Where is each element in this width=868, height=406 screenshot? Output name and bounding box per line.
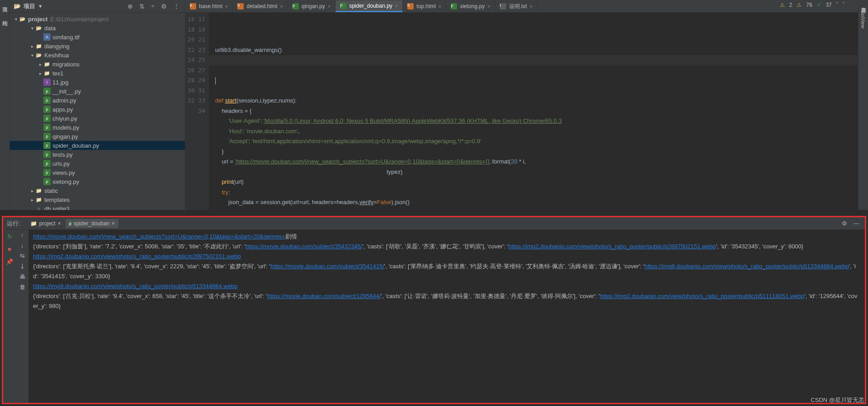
more-icon[interactable]: ⋮ [171, 3, 181, 10]
close-icon[interactable]: × [280, 4, 283, 9]
console-link[interactable]: https://img9.doubanio.com/view/photo/s_r… [644, 263, 849, 270]
run-tab[interactable]: spider_douban× [66, 219, 118, 228]
close-icon[interactable]: × [530, 4, 533, 9]
close-icon[interactable]: × [58, 220, 61, 227]
close-icon[interactable]: × [112, 220, 115, 227]
tree-item[interactable]: 11.jpg [10, 78, 185, 87]
wrap-icon[interactable]: ⇆ [20, 252, 25, 259]
code-content[interactable]: urllib3.disable_warnings() def start(ses… [209, 13, 858, 210]
py-icon [43, 106, 51, 113]
py-icon [43, 160, 51, 167]
close-icon[interactable]: × [395, 3, 398, 9]
tree-item[interactable]: tests.py [10, 150, 185, 159]
py-icon [43, 124, 51, 131]
stop-icon[interactable]: ■ [5, 244, 14, 253]
py-icon [340, 3, 346, 9]
editor-tab[interactable]: detailed.html× [233, 0, 288, 12]
print-icon[interactable]: 🖶 [19, 273, 25, 280]
tree-item[interactable]: db.sqlite3 [10, 204, 185, 210]
py-icon [43, 151, 51, 158]
code-area[interactable]: 16 17 18 19 20 21 22 23 24 25 26 27 28 2… [185, 13, 858, 210]
console-link[interactable]: https://movie.douban.com/subject/3541415… [270, 263, 384, 270]
up-icon[interactable]: ↑ [21, 232, 24, 238]
tree-item[interactable]: apps.py [10, 105, 185, 114]
collapse-icon[interactable]: ÷ [149, 3, 156, 10]
close-icon[interactable]: × [439, 4, 441, 9]
close-icon[interactable]: × [487, 4, 490, 9]
chevron-down-icon[interactable]: ˇ [843, 2, 844, 8]
tree-item[interactable]: xietong.py [10, 177, 185, 186]
editor-tab[interactable]: base.html× [185, 0, 233, 12]
editor-tab[interactable]: top.html× [403, 0, 446, 12]
tree-item[interactable]: urls.py [10, 159, 185, 168]
tree-item[interactable]: views.py [10, 168, 185, 177]
tree-item[interactable]: ▸tex1 [10, 69, 185, 78]
tree-item[interactable]: ▸templates [10, 195, 185, 204]
folder-icon [43, 70, 51, 77]
tree-item[interactable]: ▾Keshihua [10, 51, 185, 60]
inspection-widget[interactable]: ⚠2 ⚠76 ✓37 ˆ ˇ [780, 2, 844, 8]
tree-item[interactable]: admin.py [10, 96, 185, 105]
tree-item[interactable]: spider_douban.py [10, 141, 185, 150]
sidebar-title[interactable]: 项目 [24, 2, 35, 10]
trash-icon[interactable]: 🗑 [19, 284, 25, 290]
tree-item[interactable]: ▸static [10, 186, 185, 195]
editor-tab[interactable]: 说明.txt× [495, 0, 538, 12]
run-toolbar-secondary: ↑ ↓ ⇆ ⤓ 🖶 🗑 [16, 230, 28, 403]
chevron-up-icon[interactable]: ˆ [836, 2, 838, 8]
tree-item[interactable]: ▸migrations [10, 60, 185, 69]
run-tab[interactable]: project× [27, 219, 65, 228]
rerun-icon[interactable]: ↻ [5, 232, 14, 241]
tree-item-label: diangying [44, 43, 70, 50]
right-tab-database[interactable]: 数据库 [859, 0, 868, 7]
tab-label: qingan.py [302, 3, 325, 9]
close-icon[interactable]: × [328, 4, 330, 9]
tab-label: 说明.txt [509, 3, 527, 10]
tab-label: top.html [416, 3, 436, 9]
tree-item[interactable]: qingan.py [10, 132, 185, 141]
tree-item[interactable]: ▾data [10, 23, 185, 33]
tree-root[interactable]: ▾ project E:\01zhuomian\project [10, 14, 185, 23]
run-toolwindow: 运行: project×spider_douban× ⚙ — ↻ ■ 📌 ↑ ↓… [2, 216, 866, 404]
console-link[interactable]: https://img2.doubanio.com/view/photo/s_r… [600, 293, 804, 299]
editor-tab[interactable]: qingan.py× [288, 0, 335, 12]
down-icon[interactable]: ↓ [21, 242, 24, 249]
editor-tab[interactable]: xietong.py× [446, 0, 495, 12]
folder-icon [35, 196, 42, 203]
left-toolwindow-bar[interactable]: 项目 结构 [0, 0, 10, 210]
tree-item[interactable]: chiyun.py [10, 114, 185, 123]
console-link[interactable]: https://movie.douban.com/subject/1295644… [267, 293, 381, 299]
pin-icon[interactable]: 📌 [5, 257, 14, 266]
warning-count-2: 76 [806, 2, 812, 8]
right-toolwindow-bar[interactable]: 数据库 SciView [858, 0, 868, 210]
tree-item[interactable]: simfang.ttf [10, 33, 185, 42]
console-link[interactable]: https://img2.doubanio.com/view/photo/s_r… [508, 243, 716, 250]
folder-o-icon [35, 51, 42, 59]
editor-tabs[interactable]: base.html×detailed.html×qingan.py×spider… [185, 0, 858, 13]
tree-item[interactable]: __init__.py [10, 87, 185, 96]
tree-item[interactable]: ▸diangying [10, 42, 185, 51]
console-link[interactable]: https://movie.douban.com/subject/3543234… [245, 243, 363, 250]
console-link[interactable]: https://img2.doubanio.com/view/photo/s_r… [33, 253, 241, 260]
locate-icon[interactable]: ⊕ [126, 3, 135, 10]
scroll-icon[interactable]: ⤓ [20, 263, 25, 270]
expand-icon[interactable]: ⇅ [137, 3, 146, 10]
gear-icon[interactable]: ⚙ [840, 220, 849, 227]
tree-item[interactable]: models.py [10, 123, 185, 132]
console-link[interactable]: https://img9.doubanio.com/view/photo/s_r… [33, 283, 237, 289]
tab-label: spider_douban.py [349, 3, 392, 9]
console-link[interactable]: https://movie.douban.com/j/new_search_su… [33, 233, 285, 240]
console-output[interactable]: https://movie.douban.com/j/new_search_su… [28, 230, 865, 403]
tree-item-label: __init__.py [52, 88, 81, 95]
close-icon[interactable]: × [225, 4, 228, 9]
tree-item-label: 11.jpg [52, 79, 68, 86]
sidebar-dropdown-icon[interactable] [38, 3, 42, 9]
folder-icon [19, 15, 26, 23]
editor-tab[interactable]: spider_douban.py× [335, 0, 403, 12]
gear-icon[interactable]: ⚙ [159, 3, 169, 10]
line-gutter[interactable]: 16 17 18 19 20 21 22 23 24 25 26 27 28 2… [185, 13, 209, 210]
right-tab-sciview[interactable]: SciView [859, 7, 868, 32]
tree-item-label: simfang.ttf [52, 34, 80, 41]
project-tree[interactable]: ▾ project E:\01zhuomian\project ▾datasim… [10, 13, 185, 210]
minimize-icon[interactable]: — [852, 220, 861, 227]
